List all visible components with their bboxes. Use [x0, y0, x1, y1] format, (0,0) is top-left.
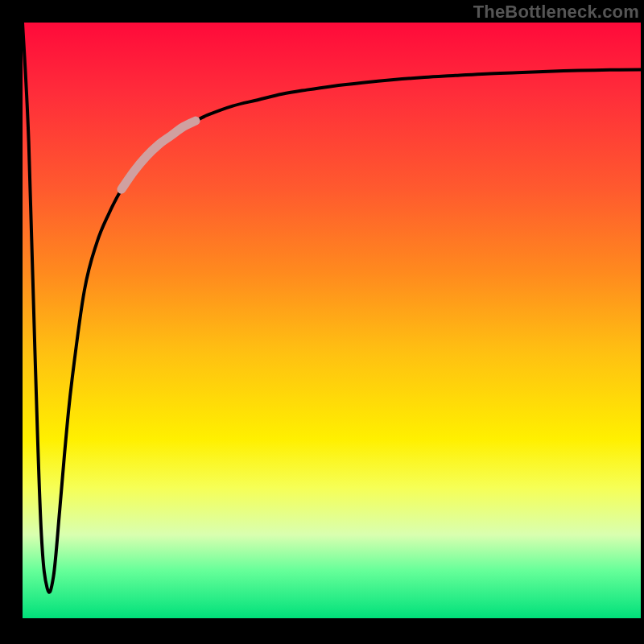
watermark-text: TheBottleneck.com	[473, 2, 639, 23]
curve-highlight	[122, 121, 196, 189]
curve-svg	[23, 23, 641, 618]
curve-main	[23, 23, 641, 592]
chart-stage: TheBottleneck.com	[0, 0, 644, 644]
plot-area	[23, 23, 641, 618]
